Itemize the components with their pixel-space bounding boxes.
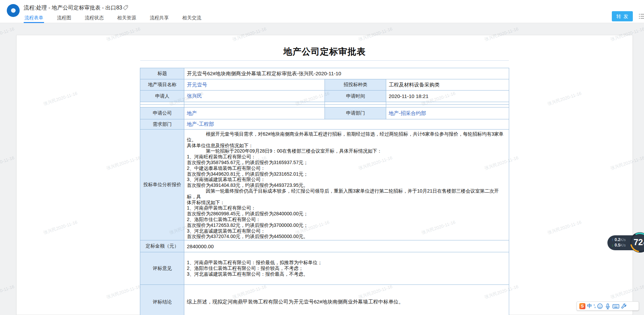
emoji-icon[interactable] xyxy=(597,303,603,309)
download-arrow-icon: ↓ xyxy=(611,243,614,248)
field-label-bid-type: 招投标种类 xyxy=(325,79,386,91)
field-label-evaluation-opinion: 评标意见 xyxy=(140,252,184,285)
watermark-text: 张兴民2020-11-16 xyxy=(0,283,15,300)
field-label-bid-analysis: 投标单位分析报价 xyxy=(140,130,184,240)
form-page: 地产公司定标审批表 标题 开元壹号62#地块南侧商业外幕墙工程定标审批表-张兴民… xyxy=(16,35,633,315)
field-label-title: 标题 xyxy=(140,68,184,79)
tab-related-resources[interactable]: 相关资源 xyxy=(117,14,137,23)
apply-department-link[interactable]: 地产-招采合约部 xyxy=(389,110,426,116)
keyboard-icon[interactable] xyxy=(612,303,619,309)
tab-process-status[interactable]: 流程状态 xyxy=(84,14,104,23)
form-title-block: 地产公司定标审批表 xyxy=(140,35,509,61)
tag-icon[interactable] xyxy=(123,5,128,11)
field-value-apply-company: 地产 xyxy=(184,107,325,119)
field-value-award-amount: 2840000.00 xyxy=(184,240,509,252)
upload-arrow-icon: ↑ xyxy=(611,237,614,242)
approval-form-table: 标题 开元壹号62#地块南侧商业外幕墙工程定标审批表-张兴民-2020-11-1… xyxy=(140,68,509,315)
spacer-row xyxy=(140,102,509,105)
field-value-apply-time: 2020-11-10 18:21 xyxy=(386,91,509,102)
watermark-text: 张兴民2020-11-16 xyxy=(0,26,15,42)
tab-process-diagram[interactable]: 流程图 xyxy=(56,14,72,23)
watermark-text: 张兴民2020-11-16 xyxy=(0,155,15,171)
field-value-bid-type: 工程及材料设备采购类 xyxy=(386,79,509,91)
percent-value: 72% xyxy=(629,237,644,247)
tab-related-communication[interactable]: 相关交流 xyxy=(182,14,202,23)
chinese-mode-icon[interactable]: 中 xyxy=(587,303,592,309)
row-project-and-bidtype: 地产项目名称 开元壹号 招投标种类 工程及材料设备采购类 xyxy=(140,79,509,91)
field-label-apply-time: 申请时间 xyxy=(325,91,386,102)
ime-toolbar: S 中 ’, xyxy=(577,301,639,311)
row-applicant-and-time: 申请人 张兴民 申请时间 2020-11-10 18:21 xyxy=(140,91,509,102)
screen: 张兴民2020-11-16张兴民2020-11-16张兴民2020-11-16张… xyxy=(0,0,644,315)
floating-percent-ball[interactable]: 72% xyxy=(629,232,644,253)
applicant-link[interactable]: 张兴民 xyxy=(187,93,202,99)
field-value-demand-department: 地产-工程部 xyxy=(184,119,509,130)
app-logo-icon[interactable] xyxy=(7,4,20,17)
toolbox-wrench-icon[interactable] xyxy=(621,303,627,309)
field-label-project-name: 地产项目名称 xyxy=(140,79,184,91)
field-value-evaluation-conclusion: 综上所述，现拟定河南鼎甲装饰工程有限公司为开元壹号62#地块南侧商业外幕墙工程中… xyxy=(184,285,509,315)
field-value-apply-department: 地产-招采合约部 xyxy=(386,107,509,119)
row-company-and-department: 申请公司 地产 申请部门 地产-招采合约部 xyxy=(140,107,509,119)
field-value-bid-analysis: 根据开元壹号项目需求，对62#地块南侧商业外幕墙工程进行招标，前期经过筛选，经过… xyxy=(184,130,509,240)
sogou-logo-icon[interactable]: S xyxy=(579,303,585,309)
row-title: 标题 开元壹号62#地块南侧商业外幕墙工程定标审批表-张兴民-2020-11-1… xyxy=(140,68,509,79)
field-label-demand-department: 需求部门 xyxy=(140,119,184,130)
field-label-award-amount: 定标金额（元） xyxy=(140,240,184,252)
spacer-row xyxy=(140,105,509,107)
forward-button[interactable]: 转发 xyxy=(612,11,633,21)
tab-bar: 流程表单 流程图 流程状态 相关资源 流程共享 相关交流 xyxy=(24,14,202,23)
top-bar: 流程:处理 - 地产公司定标审批表 - 出口83 流程表单 流程图 流程状态 相… xyxy=(0,0,644,23)
field-label-evaluation-conclusion: 评标结论 xyxy=(140,285,184,315)
list-menu-icon[interactable] xyxy=(639,14,644,19)
row-evaluation-opinion: 评标意见 1、河南鼎甲装饰工程有限公司：报价最低，拟推荐为中标单位； 2、洛阳市… xyxy=(140,252,509,285)
row-demand-department: 需求部门 地产-工程部 xyxy=(140,119,509,130)
window-title: 流程:处理 - 地产公司定标审批表 - 出口83 xyxy=(24,4,122,12)
tab-process-share[interactable]: 流程共享 xyxy=(149,14,169,23)
field-label-apply-department: 申请部门 xyxy=(325,107,386,119)
field-value-applicant: 张兴民 xyxy=(184,91,325,102)
demand-department-link[interactable]: 地产-工程部 xyxy=(187,121,214,127)
form-title: 地产公司定标审批表 xyxy=(140,46,509,58)
apply-company-link[interactable]: 地产 xyxy=(187,110,197,116)
field-label-apply-company: 申请公司 xyxy=(140,107,184,119)
project-link[interactable]: 开元壹号 xyxy=(187,82,207,87)
microphone-icon[interactable] xyxy=(605,303,611,309)
field-value-project-name: 开元壹号 xyxy=(184,79,325,91)
field-value-evaluation-opinion: 1、河南鼎甲装饰工程有限公司：报价最低，拟推荐为中标单位； 2、洛阳市佳仁装饰工… xyxy=(184,252,509,285)
row-evaluation-conclusion: 评标结论 综上所述，现拟定河南鼎甲装饰工程有限公司为开元壹号62#地块南侧商业外… xyxy=(140,285,509,315)
tab-process-form[interactable]: 流程表单 xyxy=(24,14,44,23)
field-value-title: 开元壹号62#地块南侧商业外幕墙工程定标审批表-张兴民-2020-11-10 xyxy=(184,68,509,79)
punctuation-mode-icon[interactable]: ’, xyxy=(594,303,595,309)
field-label-applicant: 申请人 xyxy=(140,91,184,102)
row-bid-analysis: 投标单位分析报价 根据开元壹号项目需求，对62#地块南侧商业外幕墙工程进行招标，… xyxy=(140,130,509,240)
row-award-amount: 定标金额（元） 2840000.00 xyxy=(140,240,509,252)
